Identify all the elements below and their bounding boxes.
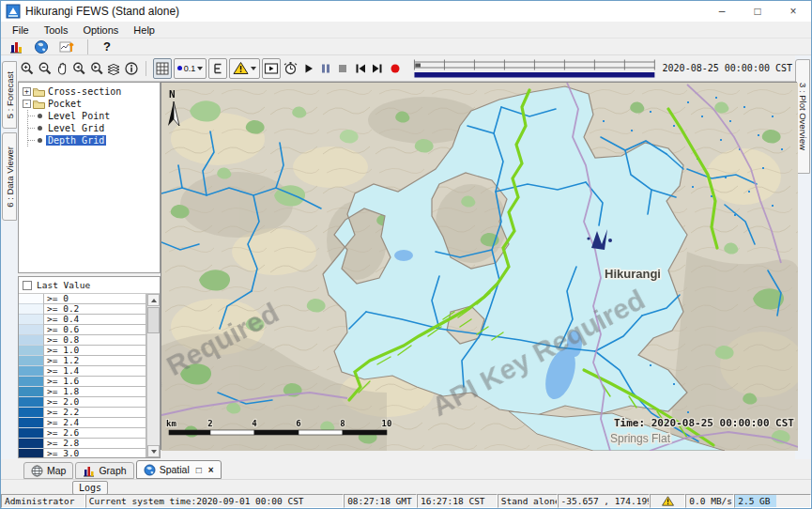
pause-button[interactable]: [318, 59, 333, 78]
tree-item-level-grid[interactable]: Level Grid: [28, 122, 160, 134]
tree-item-cross-section[interactable]: + Cross-section: [23, 85, 160, 98]
movie-export-button[interactable]: [262, 58, 281, 79]
legend-row[interactable]: >= 0: [19, 294, 146, 304]
time-slider-track[interactable]: [412, 57, 657, 80]
legend-row[interactable]: >= 1.0: [19, 346, 146, 356]
help-button[interactable]: ?: [100, 39, 115, 54]
info-icon[interactable]: [123, 59, 138, 78]
globe-icon[interactable]: [32, 38, 51, 56]
zoom-next-icon[interactable]: [89, 59, 104, 78]
status-warning-cell[interactable]: [650, 494, 685, 508]
legend-row[interactable]: >= 2.2: [19, 408, 146, 418]
spatial-display-icon[interactable]: [57, 38, 76, 56]
map-time-label: Time: 2020-08-25 00:00:00 CST: [614, 417, 794, 429]
legend-row[interactable]: >= 1.2: [19, 356, 146, 366]
legend-row[interactable]: >= 2.4: [19, 418, 146, 428]
legend-row[interactable]: >= 0.8: [19, 335, 146, 346]
menu-item[interactable]: Help: [126, 23, 162, 37]
scroll-down-button[interactable]: [147, 445, 160, 457]
interval-dot-icon: [177, 66, 182, 70]
legend-edit-button[interactable]: [208, 58, 227, 79]
legend-swatch: [19, 366, 43, 377]
tree-item-label-selected: Depth Grid: [46, 135, 106, 146]
current-datetime-label: 2020-08-25 00:00:00 CST: [663, 63, 792, 73]
warning-triangle-icon: [233, 61, 249, 75]
svg-text:km: km: [166, 419, 176, 428]
legend-swatch: [19, 387, 43, 397]
tab-graph[interactable]: Graph: [75, 462, 133, 479]
collapse-icon[interactable]: -: [23, 100, 31, 108]
wireframe-globe-icon: [31, 465, 43, 477]
bullet-icon: [38, 126, 42, 131]
pan-hand-icon[interactable]: [54, 59, 69, 78]
warnings-dropdown[interactable]: [229, 58, 260, 79]
tab-spatial[interactable]: Spatial □ ×: [136, 460, 222, 479]
bottom-tab-bar: Map Graph Spatial □ ×: [1, 459, 811, 479]
window-controls: – □ ×: [704, 1, 811, 22]
layers-icon[interactable]: [106, 59, 121, 78]
map-viewport[interactable]: API Key Required API Key Required Hikura…: [161, 82, 797, 450]
scroll-thumb[interactable]: [147, 307, 160, 333]
logs-button[interactable]: Logs: [72, 481, 108, 495]
menu-item[interactable]: Tools: [37, 23, 76, 37]
tab-restore-button[interactable]: □: [196, 465, 202, 475]
sidebar-tab-forecast[interactable]: 5 : Forecast: [2, 61, 17, 129]
grid-display-button[interactable]: [153, 58, 172, 79]
statistics-icon[interactable]: [7, 38, 25, 56]
tree-item-depth-grid[interactable]: Depth Grid: [28, 134, 160, 147]
tree-item-level-point[interactable]: Level Point: [28, 110, 160, 122]
left-tab-strip: 5 : Forecast 6 : Data Viewer: [1, 55, 18, 459]
time-slider-thumb[interactable]: [415, 63, 421, 67]
svg-text:4: 4: [252, 419, 257, 428]
legend-row[interactable]: >= 0.2: [19, 304, 146, 315]
chevron-down-icon: [197, 67, 203, 70]
tree-item-label: Level Grid: [46, 123, 106, 133]
record-button[interactable]: [387, 59, 402, 78]
legend-scrollbar[interactable]: [146, 294, 160, 457]
menu-item[interactable]: File: [5, 23, 37, 37]
scroll-up-button[interactable]: [147, 294, 160, 306]
legend-row[interactable]: >= 0.4: [19, 315, 146, 325]
animation-timer-icon[interactable]: [283, 59, 299, 78]
tree-item-pocket[interactable]: - Pocket: [23, 98, 160, 110]
maximize-button[interactable]: □: [740, 1, 775, 22]
last-value-checkbox[interactable]: [23, 281, 32, 290]
chevron-down-icon: [251, 67, 256, 70]
zoom-in-icon[interactable]: [20, 59, 35, 78]
minimize-button[interactable]: –: [704, 1, 740, 22]
status-local-time: 16:27:18 CST: [417, 494, 498, 508]
contour-interval-dropdown[interactable]: 0.1: [174, 58, 207, 79]
legend-row[interactable]: >= 2.6: [19, 428, 146, 439]
legend-swatch: [19, 356, 43, 366]
stop-button[interactable]: [335, 59, 350, 78]
legend-row[interactable]: >= 2.8: [19, 439, 146, 449]
legend-row[interactable]: >= 1.6: [19, 377, 146, 387]
legend-row[interactable]: >= 2.0: [19, 397, 146, 408]
legend-row[interactable]: >= 0.6: [19, 325, 146, 335]
time-slider[interactable]: [412, 57, 657, 80]
legend-row[interactable]: >= 1.8: [19, 387, 146, 397]
layers-tree: + Cross-section - Pocket Level Point Le: [18, 82, 161, 273]
expand-icon[interactable]: +: [23, 87, 31, 96]
legend-swatch: [19, 408, 43, 418]
status-bandwidth: 0.0 MB/s: [685, 494, 734, 508]
zoom-previous-icon[interactable]: [71, 59, 86, 78]
close-button[interactable]: ×: [775, 1, 811, 22]
sidebar-tab-data-viewer[interactable]: 6 : Data Viewer: [2, 132, 17, 221]
legend-row[interactable]: >= 1.4: [19, 366, 146, 377]
blue-globe-icon: [144, 464, 156, 476]
tab-close-button[interactable]: ×: [208, 465, 214, 475]
menu-item[interactable]: Options: [75, 23, 126, 37]
place-label-hikurangi: Hikurangi: [605, 267, 661, 281]
legend-swatch: [19, 335, 43, 346]
zoom-out-icon[interactable]: [37, 59, 52, 78]
tab-map[interactable]: Map: [23, 462, 73, 479]
legend-row[interactable]: >= 3.0: [19, 449, 146, 457]
legend-swatch: [19, 346, 43, 356]
place-label-springs-flat: Springs Flat: [610, 432, 671, 445]
skip-to-end-button[interactable]: [370, 59, 385, 78]
play-button[interactable]: [300, 59, 315, 78]
app-icon: [6, 4, 21, 19]
time-slider-bar: [414, 72, 654, 78]
skip-to-start-button[interactable]: [353, 59, 368, 78]
